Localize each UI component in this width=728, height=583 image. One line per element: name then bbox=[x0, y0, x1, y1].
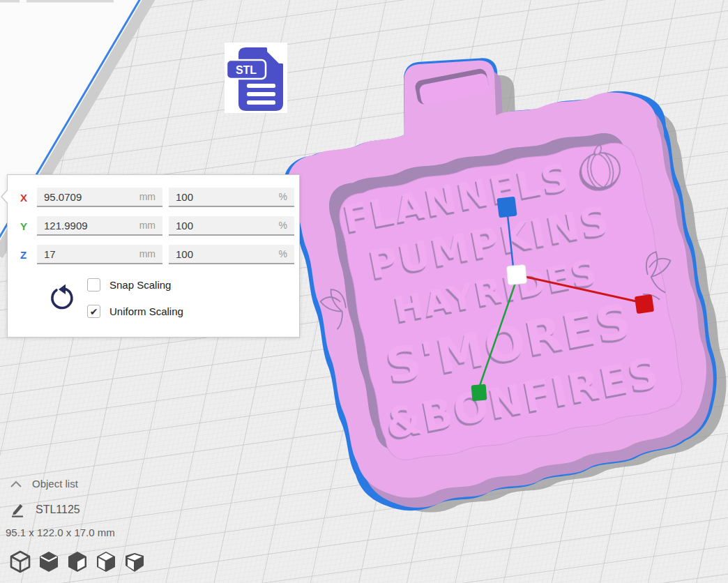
snap-scaling-checkbox[interactable] bbox=[87, 278, 100, 292]
scale-tool-panel: X 95.0709 mm 100 % Y 121.9909 mm 100 % Z… bbox=[7, 174, 300, 338]
cube-right-icon bbox=[123, 549, 146, 574]
y-percent-input[interactable]: 100 % bbox=[169, 216, 294, 236]
reset-scale-button[interactable] bbox=[47, 284, 76, 313]
view-left-button[interactable] bbox=[94, 549, 118, 574]
y-size-input[interactable]: 121.9909 mm bbox=[37, 216, 162, 236]
snap-scaling-label: Snap Scaling bbox=[109, 279, 171, 291]
cube-wireframe-icon bbox=[8, 549, 32, 574]
uniform-scaling-checkbox[interactable]: ✔ bbox=[87, 305, 100, 318]
cube-top-icon bbox=[66, 549, 89, 574]
cube-front-icon bbox=[37, 549, 61, 574]
view-front-button[interactable] bbox=[37, 549, 61, 574]
z-percent-input[interactable]: 100 % bbox=[169, 245, 294, 264]
pencil-icon bbox=[10, 502, 25, 517]
z-axis-label: Z bbox=[20, 249, 37, 261]
x-scale-handle[interactable] bbox=[635, 294, 654, 314]
camera-view-toolbar bbox=[8, 549, 146, 574]
cube-left-icon bbox=[94, 549, 118, 574]
y-scale-handle[interactable] bbox=[471, 384, 487, 402]
panel-notch bbox=[1, 189, 8, 204]
x-percent-input[interactable]: 100 % bbox=[169, 188, 294, 207]
center-handle[interactable] bbox=[506, 264, 526, 285]
view-right-button[interactable] bbox=[123, 549, 146, 574]
reset-icon bbox=[52, 285, 72, 308]
view-3d-button[interactable] bbox=[8, 549, 32, 574]
top-chrome-sliver bbox=[0, 0, 114, 3]
chevron-up-icon bbox=[10, 480, 22, 487]
z-scale-handle[interactable] bbox=[496, 197, 517, 218]
z-size-input[interactable]: 17 mm bbox=[37, 245, 162, 264]
y-axis-label: Y bbox=[20, 220, 37, 232]
view-top-button[interactable] bbox=[66, 549, 89, 574]
x-size-input[interactable]: 95.0709 mm bbox=[37, 188, 162, 207]
object-list-label: Object list bbox=[32, 478, 78, 490]
object-list-toggle[interactable]: Object list bbox=[10, 478, 78, 490]
stl-file-icon: STL bbox=[225, 43, 287, 113]
x-axis-label: X bbox=[20, 192, 37, 204]
top-chrome-notch bbox=[20, 0, 26, 3]
uniform-scaling-label: Uniform Scaling bbox=[109, 305, 183, 317]
model-dimensions: 95.1 x 122.0 x 17.0 mm bbox=[6, 527, 115, 538]
stl-label: STL bbox=[236, 64, 257, 76]
object-list-item[interactable]: STL1125 bbox=[10, 502, 80, 517]
object-name: STL1125 bbox=[36, 503, 80, 516]
